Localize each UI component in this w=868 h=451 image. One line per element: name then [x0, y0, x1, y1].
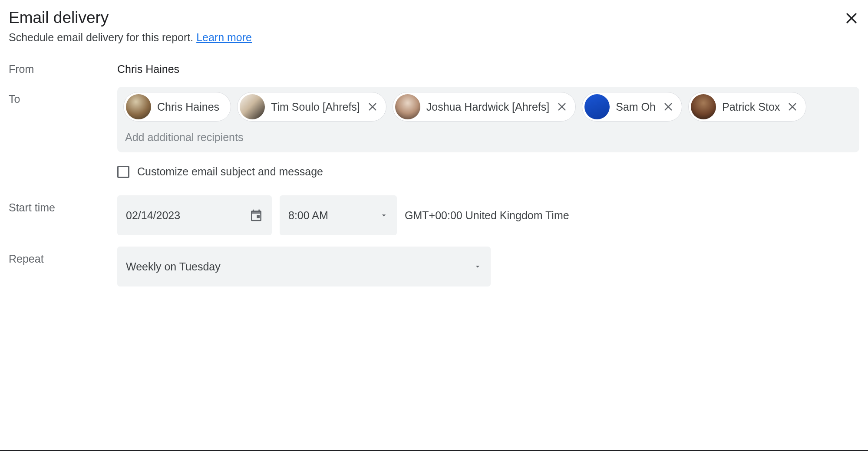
header-text: Email delivery Schedule email delivery f…	[9, 9, 844, 44]
remove-recipient-button[interactable]	[662, 100, 675, 113]
from-label: From	[9, 57, 117, 76]
dropdown-icon	[380, 211, 388, 220]
dropdown-icon	[473, 262, 482, 271]
avatar	[240, 94, 265, 119]
to-row: To Chris Haines Tim Soulo [Ahrefs] Joshu…	[9, 87, 859, 152]
recipient-name: Joshua Hardwick [Ahrefs]	[426, 101, 549, 113]
start-time-label: Start time	[9, 195, 117, 214]
from-row: From Chris Haines	[9, 57, 859, 76]
close-icon	[788, 102, 797, 112]
dialog-title: Email delivery	[9, 9, 844, 27]
close-icon	[845, 12, 858, 25]
start-time-field[interactable]: 8:00 AM	[280, 195, 397, 235]
calendar-icon	[249, 208, 263, 222]
avatar	[584, 94, 610, 119]
svg-rect-10	[257, 215, 260, 218]
recipients-container[interactable]: Chris Haines Tim Soulo [Ahrefs] Joshua H…	[117, 87, 859, 152]
recipient-chip[interactable]: Tim Soulo [Ahrefs]	[237, 92, 386, 122]
customize-row: Customize email subject and message	[117, 165, 859, 178]
learn-more-link[interactable]: Learn more	[196, 31, 252, 43]
repeat-label: Repeat	[9, 247, 117, 265]
recipient-name: Tim Soulo [Ahrefs]	[271, 101, 360, 113]
dialog-header: Email delivery Schedule email delivery f…	[9, 9, 859, 44]
start-date-value: 02/14/2023	[126, 209, 180, 222]
recipient-name: Chris Haines	[157, 101, 219, 113]
recipient-chip[interactable]: Joshua Hardwick [Ahrefs]	[393, 92, 576, 122]
add-recipients-input[interactable]	[123, 128, 853, 147]
close-icon	[663, 102, 673, 112]
from-value: Chris Haines	[117, 57, 179, 76]
subtitle-text: Schedule email delivery for this report.	[9, 31, 196, 43]
repeat-value: Weekly on Tuesday	[126, 260, 221, 273]
repeat-field[interactable]: Weekly on Tuesday	[117, 247, 491, 286]
close-icon	[557, 102, 567, 112]
avatar	[126, 94, 151, 119]
recipient-chip[interactable]: Patrick Stox	[688, 92, 806, 122]
customize-label: Customize email subject and message	[137, 165, 323, 178]
recipient-name: Sam Oh	[616, 101, 656, 113]
recipient-chip[interactable]: Chris Haines	[123, 92, 231, 122]
customize-checkbox[interactable]	[117, 166, 129, 178]
remove-recipient-button[interactable]	[366, 100, 379, 113]
start-time-value: 8:00 AM	[288, 209, 328, 222]
remove-recipient-button[interactable]	[555, 100, 568, 113]
remove-recipient-button[interactable]	[786, 100, 799, 113]
avatar	[395, 94, 420, 119]
recipient-name: Patrick Stox	[722, 101, 780, 113]
start-time-row: Start time 02/14/2023 8:00 AM GMT+00:00 …	[9, 195, 859, 235]
repeat-row: Repeat Weekly on Tuesday	[9, 247, 859, 286]
dialog-subtitle: Schedule email delivery for this report.…	[9, 31, 844, 44]
to-label: To	[9, 87, 117, 105]
start-date-field[interactable]: 02/14/2023	[117, 195, 272, 235]
start-time-fields: 02/14/2023 8:00 AM GMT+00:00 United King…	[117, 195, 569, 235]
avatar	[691, 94, 716, 119]
close-icon	[368, 102, 377, 112]
timezone-text: GMT+00:00 United Kingdom Time	[405, 209, 569, 222]
recipient-chip[interactable]: Sam Oh	[582, 92, 682, 122]
close-button[interactable]	[844, 9, 859, 24]
